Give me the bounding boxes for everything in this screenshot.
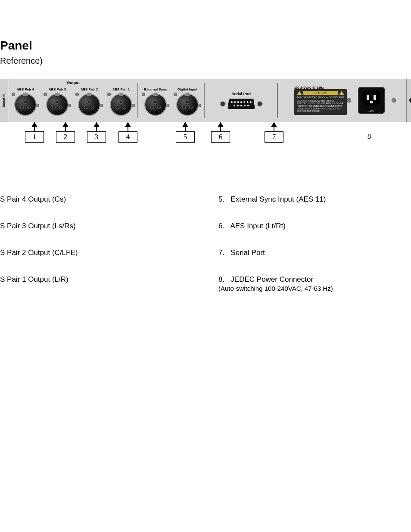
legend: S Pair 4 Output (Cs) S Pair 3 Output (Ls… [0, 195, 411, 292]
legend-item: S Pair 1 Output (L/R) [0, 275, 193, 284]
legend-item-note: (Auto-switching 100-240VAC, 47-63 Hz) [218, 285, 411, 292]
legend-item: 7. Serial Port [218, 249, 411, 257]
iec-voltage-label: 110V [358, 109, 385, 112]
serial-port-group: Serial Port [205, 79, 278, 122]
screw-icon [142, 93, 145, 96]
callout-6: 6 [211, 122, 230, 143]
output-group-title: Output [67, 81, 80, 85]
figure-callouts: 1 2 3 4 5 6 7 [0, 122, 411, 148]
caution-label: CAUTION RISK OF ELECTRIC SHOCK — DO NOT … [294, 89, 347, 115]
power-group: 100-240VAC 47-63Hz CAUTION RISK OF ELECT… [278, 79, 406, 122]
screw-icon [347, 98, 351, 103]
sync-input-group: External Sync AES11 Digital Input Lt/ [138, 79, 205, 122]
iec-socket-icon: 110V [358, 87, 385, 114]
callout-3: 3 [87, 122, 106, 143]
serial-number-label: Serial #: [2, 93, 6, 107]
rear-panel-figure: Serial #: Output AES Pair 4 Cs AES Pair … [0, 79, 411, 148]
arrow-up-icon [31, 122, 37, 127]
callout-1: 1 [25, 122, 44, 143]
legend-item: S Pair 2 Output (C/LFE) [0, 249, 193, 257]
aes-pair-2-output: AES Pair 2 C/LFE [76, 86, 102, 115]
screw-icon [198, 104, 201, 107]
screw-icon [392, 98, 396, 103]
power-info-block: 100-240VAC 47-63Hz CAUTION RISK OF ELECT… [294, 86, 347, 115]
iec-power-connector: 110V [353, 85, 390, 115]
screw-icon [131, 104, 135, 107]
legend-item: 6. AES Input (Lt/Rt) [218, 222, 411, 230]
screw-icon [75, 93, 79, 96]
legend-item: S Pair 4 Output (Cs) [0, 195, 193, 204]
screw-icon [44, 93, 47, 96]
arrow-up-icon [62, 122, 68, 127]
warning-triangle-icon [339, 91, 344, 95]
legend-right-column: 5. External Sync Input (AES 11) 6. AES I… [218, 195, 411, 292]
callout-4: 4 [118, 122, 137, 143]
serial-number-edge: Serial #: [0, 79, 8, 122]
aes-pair-4-output: AES Pair 4 Cs [12, 86, 38, 115]
digital-input: Digital Input Lt/Rt [174, 86, 200, 115]
arrow-up-icon [93, 122, 100, 127]
legend-item: 8. JEDEC Power Connector (Auto-switching… [218, 275, 411, 292]
callout-2: 2 [56, 122, 75, 143]
aes-pair-1-output: AES Pair 1 L/R [108, 86, 134, 115]
screw-icon [174, 93, 177, 96]
arrow-up-icon [125, 122, 131, 127]
page-subtitle: Reference) [0, 56, 411, 66]
screw-icon [36, 104, 39, 107]
screw-icon [166, 104, 169, 107]
screw-icon [12, 93, 15, 96]
legend-item: 5. External Sync Input (AES 11) [218, 195, 411, 204]
caution-subtitle: RISK OF ELECTRIC SHOCK — DO NOT OPEN [297, 96, 344, 99]
dsub-connector-icon [221, 99, 262, 109]
legend-item: S Pair 3 Output (Ls/Rs) [0, 222, 193, 230]
arrow-up-icon [182, 122, 188, 127]
serial-port-label: Serial Port [231, 92, 251, 96]
callout-8: 8 [360, 122, 378, 142]
power-spec-label: 100-240VAC 47-63Hz [294, 86, 347, 89]
external-sync-input: External Sync AES11 [143, 86, 168, 115]
callout-7: 7 [265, 122, 283, 143]
serial-port: Serial Port [209, 92, 274, 109]
screw-icon [100, 104, 103, 107]
screw-icon [68, 104, 71, 107]
screw-icon [221, 102, 225, 106]
arrow-up-icon [218, 122, 224, 127]
output-group: Output AES Pair 4 Cs AES Pair 3 [8, 79, 138, 122]
page-title: Panel [0, 39, 411, 53]
screw-icon [107, 93, 111, 96]
caution-word: CAUTION [303, 91, 338, 95]
legend-left-column: S Pair 4 Output (Cs) S Pair 3 Output (Ls… [0, 195, 193, 292]
caution-body: CAUTION: TO REDUCE THE RISK OF ELECTRIC … [297, 100, 344, 112]
callout-5: 5 [176, 122, 195, 143]
warning-triangle-icon [297, 91, 302, 95]
arrow-up-icon [271, 122, 277, 127]
aes-pair-3-output: AES Pair 3 Ls/Rs [44, 86, 70, 115]
screw-icon [258, 102, 262, 106]
